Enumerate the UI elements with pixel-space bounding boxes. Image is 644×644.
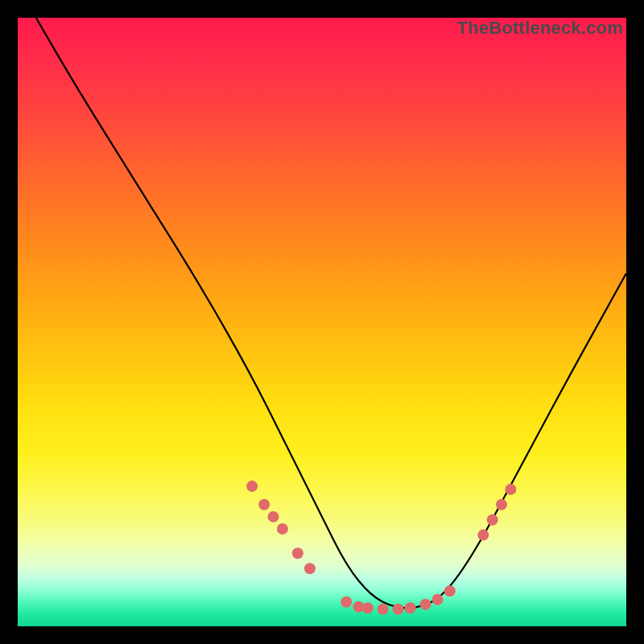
curve-marker [496,499,507,510]
curve-marker [246,481,258,492]
bottleneck-curve [36,18,626,608]
curve-marker [444,585,456,597]
curve-marker [362,602,374,613]
curve-marker [268,511,279,522]
curve-marker [393,604,404,615]
curve-marker [505,484,516,495]
curve-marker [258,499,270,510]
curve-marker [277,523,288,535]
curve-marker [304,563,316,574]
curve-marker [378,604,389,615]
chart-svg [18,18,626,626]
curve-marker [405,602,416,613]
curve-marker [292,547,303,559]
curve-marker [341,597,352,608]
curve-marker [477,530,489,541]
plot-area: TheBottleneck.com [18,18,626,626]
chart-container: TheBottleneck.com [0,0,644,644]
curve-marker [432,594,444,605]
curve-marker [420,599,431,610]
curve-marker [487,514,498,526]
